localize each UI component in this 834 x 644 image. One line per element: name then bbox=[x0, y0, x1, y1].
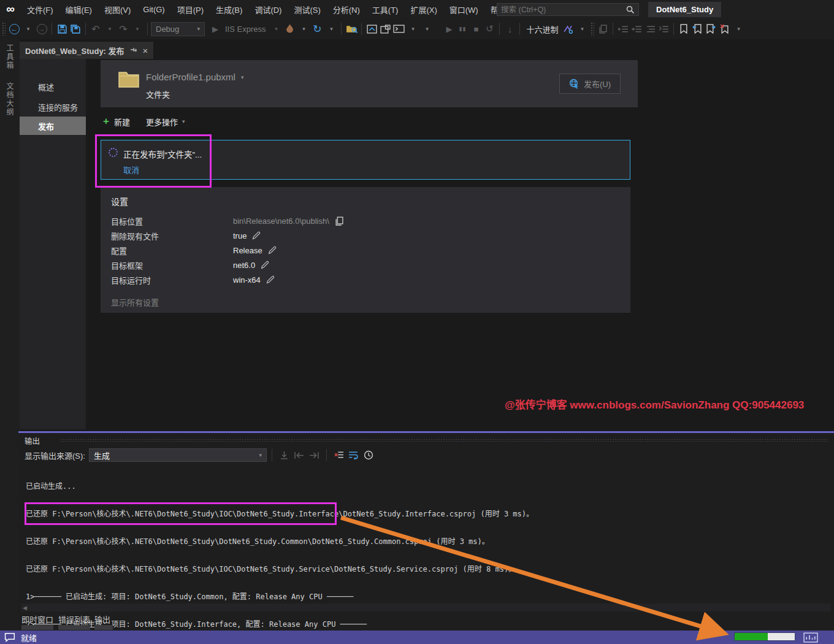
increase-indent-icon[interactable] bbox=[630, 21, 643, 36]
debug-visualizer-icon[interactable] bbox=[561, 21, 575, 36]
output-drag-grip[interactable] bbox=[60, 439, 828, 442]
publish-button[interactable]: 发布(U) bbox=[559, 74, 621, 94]
clear-all-icon[interactable] bbox=[332, 448, 346, 462]
setting-label: 目标位置 bbox=[111, 215, 233, 227]
toolbar-grip[interactable] bbox=[2, 22, 6, 36]
copy-path-icon[interactable] bbox=[335, 217, 343, 226]
toolbar-overflow[interactable]: ▾ bbox=[420, 21, 434, 36]
menu-edit[interactable]: 编辑(E) bbox=[59, 0, 98, 18]
find-in-files-icon[interactable] bbox=[345, 21, 358, 36]
output-source-label: 显示输出来源(S): bbox=[25, 450, 85, 461]
next-message-icon[interactable] bbox=[307, 448, 321, 462]
output-log[interactable]: 已启动生成... 已还原 F:\Person\核心技术\.NET6\DotNet… bbox=[26, 464, 829, 604]
bookmark-toolbar-overflow[interactable]: ▾ bbox=[732, 21, 745, 36]
nav-item-connected-services[interactable]: 连接的服务 bbox=[20, 98, 86, 116]
pause-button[interactable]: ▮▮ bbox=[456, 21, 469, 36]
menu-tools[interactable]: 工具(T) bbox=[366, 0, 405, 18]
previous-bookmark-icon[interactable] bbox=[691, 21, 704, 36]
scroll-left-arrow[interactable]: ◀ bbox=[21, 605, 27, 611]
edit-pencil-icon[interactable] bbox=[261, 261, 269, 269]
hex-display-toggle[interactable]: 十六进制 bbox=[523, 23, 561, 35]
solution-home-icon[interactable] bbox=[365, 21, 378, 36]
redo-button[interactable]: ↷ bbox=[117, 21, 130, 36]
hot-reload-dropdown[interactable]: ▾ bbox=[297, 21, 310, 36]
toolbox-tab[interactable]: 工具箱 bbox=[4, 44, 15, 70]
copy-parent-icon[interactable] bbox=[596, 21, 610, 36]
terminal-icon[interactable] bbox=[392, 21, 405, 36]
terminal-dropdown[interactable]: ▾ bbox=[406, 21, 419, 36]
menu-view[interactable]: 视图(V) bbox=[98, 0, 137, 18]
next-bookmark-icon[interactable] bbox=[704, 21, 717, 36]
toolbar-grip[interactable] bbox=[591, 22, 594, 36]
nav-item-publish[interactable]: 发布 bbox=[20, 117, 86, 135]
menu-git[interactable]: Git(G) bbox=[137, 0, 170, 18]
publish-document-tab[interactable]: DotNet6_Web_Study: 发布 × bbox=[20, 42, 153, 59]
navigate-back-button[interactable]: ← bbox=[7, 21, 21, 36]
close-tab-icon[interactable]: × bbox=[143, 45, 148, 56]
redo-dropdown[interactable]: ▾ bbox=[131, 21, 144, 36]
clock-icon[interactable] bbox=[361, 448, 376, 462]
save-all-button[interactable] bbox=[69, 21, 82, 36]
decrease-indent-icon[interactable] bbox=[616, 21, 630, 36]
show-all-settings-link[interactable]: 显示所有设置 bbox=[111, 296, 159, 308]
profile-type-label: 文件夹 bbox=[146, 88, 170, 100]
output-toolbar: 显示输出来源(S): 生成 ▾ bbox=[25, 447, 828, 463]
bottom-tab-output[interactable]: 输出 bbox=[94, 613, 110, 625]
step-into-icon[interactable]: ↓ bbox=[503, 21, 516, 36]
word-wrap-icon[interactable] bbox=[346, 448, 361, 462]
menu-test[interactable]: 测试(S) bbox=[288, 0, 326, 18]
output-source-dropdown[interactable]: 生成 ▾ bbox=[89, 448, 267, 462]
navigate-back-dropdown[interactable]: ▾ bbox=[21, 21, 35, 36]
hot-reload-icon[interactable] bbox=[283, 21, 296, 36]
save-button[interactable] bbox=[55, 21, 69, 36]
background-tasks-icon[interactable] bbox=[803, 632, 818, 643]
nav-item-overview[interactable]: 概述 bbox=[20, 77, 86, 96]
solution-config-dropdown[interactable]: Debug▾ bbox=[151, 22, 205, 36]
comment-lines-icon[interactable] bbox=[657, 21, 670, 36]
refresh-button[interactable]: ↻ bbox=[310, 21, 324, 36]
continue-button[interactable]: ▶ bbox=[442, 21, 456, 36]
menu-analyze[interactable]: 分析(N) bbox=[327, 0, 366, 18]
search-input[interactable] bbox=[497, 6, 626, 14]
toggle-bookmark-icon[interactable] bbox=[677, 21, 691, 36]
clear-bookmarks-icon[interactable] bbox=[717, 21, 731, 36]
menu-file[interactable]: 文件(F) bbox=[21, 0, 59, 18]
profile-name-dropdown[interactable]: FolderProfile1.pubxml ▾ bbox=[146, 72, 243, 82]
previous-message-icon[interactable] bbox=[292, 448, 307, 462]
undo-button[interactable]: ↶ bbox=[89, 21, 102, 36]
output-horizontal-scrollbar[interactable]: ◀ bbox=[21, 604, 830, 611]
run-target-label[interactable]: IIS Express bbox=[222, 25, 269, 34]
start-debug-button[interactable]: ▶ bbox=[208, 21, 222, 36]
quick-search-box[interactable] bbox=[497, 3, 639, 16]
window-layout-icon[interactable] bbox=[378, 21, 392, 36]
run-target-dropdown[interactable]: ▾ bbox=[269, 21, 283, 36]
new-profile-button[interactable]: 新建 bbox=[114, 116, 130, 128]
menu-debug[interactable]: 调试(D) bbox=[248, 0, 288, 18]
document-tab-strip: DotNet6_Web_Study: 发布 × bbox=[20, 42, 834, 59]
navigate-forward-button[interactable]: → bbox=[35, 21, 48, 36]
menu-build[interactable]: 生成(B) bbox=[210, 0, 248, 18]
setting-label: 删除现有文件 bbox=[111, 230, 233, 242]
format-lines-icon[interactable] bbox=[643, 21, 657, 36]
edit-pencil-icon[interactable] bbox=[268, 246, 277, 255]
feedback-icon[interactable] bbox=[4, 632, 17, 642]
restart-button[interactable]: ↺ bbox=[483, 21, 496, 36]
pin-tab-icon[interactable] bbox=[130, 46, 137, 55]
tab-title: DotNet6_Web_Study: 发布 bbox=[25, 45, 124, 56]
menu-project[interactable]: 项目(P) bbox=[171, 0, 210, 18]
menu-window[interactable]: 窗口(W) bbox=[443, 0, 484, 18]
edit-pencil-icon[interactable] bbox=[266, 275, 275, 284]
stop-button[interactable]: ■ bbox=[469, 21, 483, 36]
chevron-down-icon: ▾ bbox=[259, 452, 262, 458]
document-outline-tab[interactable]: 文档大纲 bbox=[4, 82, 15, 117]
bottom-tab-error-list[interactable]: 错误列表 bbox=[58, 613, 90, 625]
cancel-publish-link[interactable]: 取消 bbox=[123, 164, 139, 175]
refresh-dropdown[interactable]: ▾ bbox=[324, 21, 338, 36]
edit-pencil-icon[interactable] bbox=[252, 231, 261, 240]
bottom-tab-immediate[interactable]: 即时窗口 bbox=[21, 613, 53, 625]
debug-toolbar-overflow[interactable]: ▾ bbox=[575, 21, 589, 36]
menu-extensions[interactable]: 扩展(X) bbox=[404, 0, 443, 18]
goto-message-icon[interactable] bbox=[277, 448, 292, 462]
more-actions-dropdown[interactable]: 更多操作 ▾ bbox=[146, 116, 185, 128]
undo-dropdown[interactable]: ▾ bbox=[103, 21, 117, 36]
